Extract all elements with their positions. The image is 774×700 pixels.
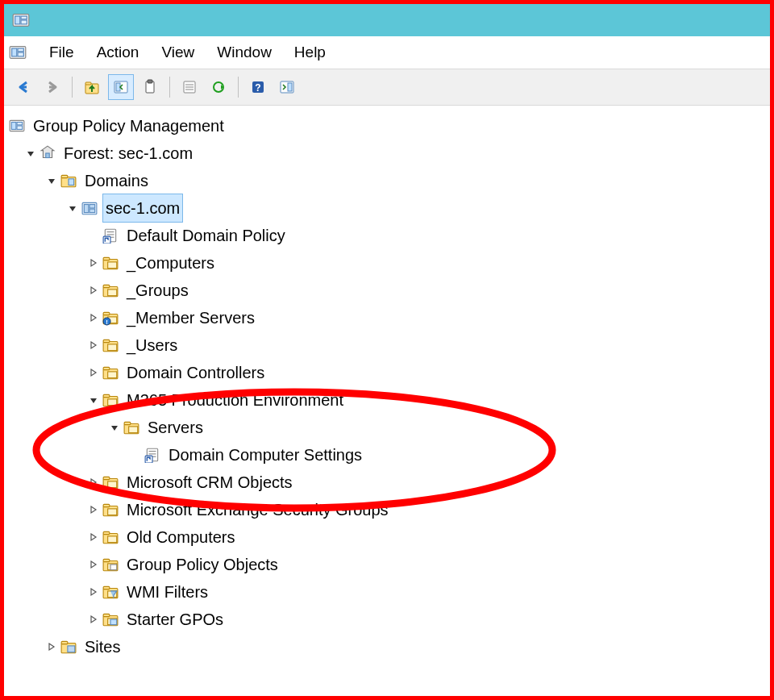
tree-exch-label: Microsoft Exchange Security Groups: [123, 495, 392, 524]
show-tree-button[interactable]: [108, 74, 134, 100]
toolbar-separator: [169, 77, 170, 98]
refresh-button[interactable]: [206, 74, 231, 100]
ou-icon: [102, 337, 119, 353]
tree-groups-label: _Groups: [123, 276, 192, 305]
ou-icon: [102, 474, 119, 490]
help-button[interactable]: [245, 74, 271, 100]
tree-ou-m365[interactable]: M365 Production Environment: [9, 386, 765, 414]
tree-ou-computers[interactable]: _Computers: [9, 249, 765, 277]
mmc-icon: [9, 44, 27, 61]
tree-ou-users[interactable]: _Users: [9, 331, 765, 359]
tree-starter-label: Starter GPOs: [123, 605, 227, 634]
menu-view[interactable]: View: [150, 39, 206, 66]
chevron-down-icon[interactable]: [23, 146, 38, 160]
tree-root[interactable]: Group Policy Management: [9, 112, 765, 140]
tree-forest-label: Forest: sec-1.com: [60, 139, 196, 168]
tree-ou-member-servers[interactable]: _Member Servers: [9, 304, 765, 331]
tree-memberservers-label: _Member Servers: [123, 303, 258, 332]
tree-crm-label: Microsoft CRM Objects: [123, 468, 296, 497]
tree-ou-old-computers[interactable]: Old Computers: [9, 523, 765, 551]
window-frame: File Action View Window Help Group Polic…: [0, 0, 774, 700]
menu-file[interactable]: File: [38, 39, 85, 66]
chevron-right-icon[interactable]: [86, 612, 101, 627]
navigation-tree[interactable]: Group Policy Management Forest: sec-1.co…: [4, 106, 770, 667]
tree-sites[interactable]: Sites: [9, 633, 765, 660]
chevron-right-icon[interactable]: [86, 283, 101, 298]
tree-computers-label: _Computers: [123, 248, 218, 277]
gpo-link-icon: [102, 227, 119, 244]
chevron-right-icon[interactable]: [86, 338, 101, 352]
chevron-right-icon[interactable]: [86, 530, 101, 544]
tree-sites-label: Sites: [81, 632, 123, 661]
menu-window[interactable]: Window: [206, 39, 283, 66]
tree-dcs-label: Domain Computer Settings: [165, 440, 365, 469]
tree-root-label: Group Policy Management: [30, 111, 227, 140]
tree-wmi-filters[interactable]: WMI Filters: [9, 578, 765, 606]
ou-icon: [102, 365, 119, 381]
tree-gpo-domain-computer-settings[interactable]: Domain Computer Settings: [9, 441, 765, 469]
back-button[interactable]: [10, 74, 36, 100]
gpo-link-icon: [144, 447, 160, 463]
tree-ou-crm[interactable]: Microsoft CRM Objects: [9, 469, 765, 496]
chevron-right-icon[interactable]: [86, 502, 101, 517]
chevron-down-icon[interactable]: [44, 173, 59, 188]
chevron-right-icon[interactable]: [86, 475, 101, 490]
ou-icon: [102, 529, 119, 545]
menu-help[interactable]: Help: [283, 39, 337, 66]
toolbar-separator: [72, 77, 73, 98]
starter-gpo-icon: [102, 611, 119, 627]
chevron-right-icon[interactable]: [86, 365, 101, 380]
menu-action[interactable]: Action: [85, 39, 151, 66]
console-icon: [9, 118, 25, 134]
forest-icon: [40, 145, 56, 161]
domain-icon: [81, 200, 98, 216]
tree-ou-exchange[interactable]: Microsoft Exchange Security Groups: [9, 496, 765, 523]
forward-button[interactable]: [40, 74, 65, 100]
tree-domains-label: Domains: [81, 166, 152, 195]
clipboard-button[interactable]: [137, 74, 163, 100]
chevron-down-icon[interactable]: [86, 393, 101, 407]
toolbar: [4, 69, 770, 106]
toolbar-separator: [238, 77, 239, 98]
tree-m365-label: M365 Production Environment: [123, 385, 347, 415]
chevron-right-icon[interactable]: [86, 557, 101, 572]
tree-servers-label: Servers: [144, 413, 206, 442]
tree-starter-gpos[interactable]: Starter GPOs: [9, 606, 765, 633]
chevron-right-icon[interactable]: [86, 585, 101, 599]
tree-users-label: _Users: [123, 331, 181, 360]
up-button[interactable]: [79, 74, 105, 100]
tree-dc-label: Domain Controllers: [123, 358, 268, 387]
tree-domain-label: sec-1.com: [102, 194, 183, 223]
tree-forest[interactable]: Forest: sec-1.com: [9, 140, 765, 167]
gpo-folder-icon: [102, 556, 119, 573]
tree-domain[interactable]: sec-1.com: [9, 194, 765, 222]
tree-gpo-label: Group Policy Objects: [123, 550, 281, 579]
properties-button[interactable]: [177, 74, 202, 100]
tree-wmi-label: WMI Filters: [123, 577, 211, 606]
wmi-icon: [102, 584, 119, 600]
ou-icon: [102, 255, 119, 271]
title-bar[interactable]: [4, 4, 770, 36]
tree-ddp-label: Default Domain Policy: [123, 221, 289, 250]
tree-ou-groups[interactable]: _Groups: [9, 277, 765, 304]
chevron-down-icon[interactable]: [65, 201, 80, 215]
tree-domains[interactable]: Domains: [9, 167, 765, 194]
domains-icon: [60, 173, 77, 189]
tree-ou-domain-controllers[interactable]: Domain Controllers: [9, 359, 765, 386]
ou-alert-icon: [102, 310, 119, 326]
tree-oldcomp-label: Old Computers: [123, 523, 239, 552]
tree-group-policy-objects[interactable]: Group Policy Objects: [9, 551, 765, 578]
ou-icon: [102, 392, 119, 408]
chevron-right-icon[interactable]: [86, 310, 101, 325]
action-pane-button[interactable]: [274, 74, 300, 100]
app-icon: [12, 11, 30, 29]
ou-icon: [102, 282, 119, 298]
menu-bar: File Action View Window Help: [4, 36, 770, 69]
chevron-right-icon[interactable]: [86, 256, 101, 270]
ou-icon: [102, 502, 119, 518]
tree-ou-servers[interactable]: Servers: [9, 414, 765, 441]
chevron-down-icon[interactable]: [107, 420, 122, 435]
chevron-right-icon[interactable]: [44, 640, 59, 654]
sites-icon: [60, 639, 77, 655]
tree-default-domain-policy[interactable]: Default Domain Policy: [9, 222, 765, 249]
